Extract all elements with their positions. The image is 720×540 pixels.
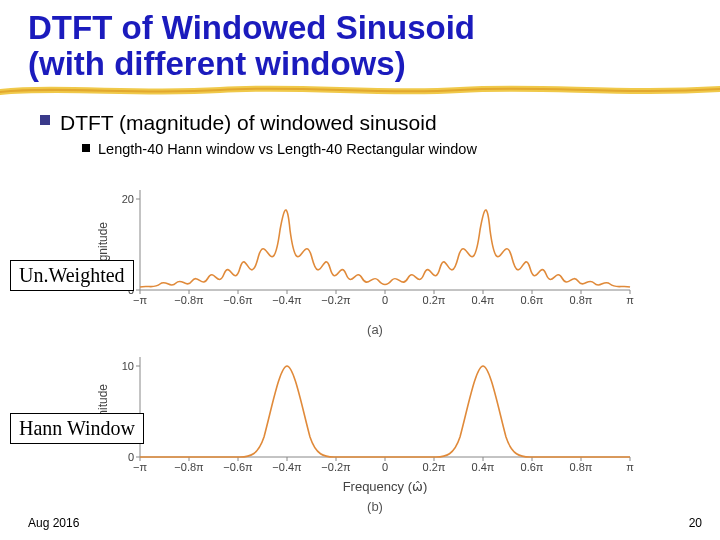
label-unweighted: Un.Weighted: [10, 260, 134, 291]
bullet-sub-text: Length-40 Hann window vs Length-40 Recta…: [98, 141, 477, 157]
bullet-main: DTFT (magnitude) of windowed sinusoid: [40, 111, 720, 135]
svg-text:−π: −π: [133, 461, 147, 473]
svg-text:−0.8π: −0.8π: [174, 294, 204, 306]
chart-a-sublabel: (a): [95, 322, 655, 337]
svg-text:0.8π: 0.8π: [570, 461, 593, 473]
svg-text:−0.4π: −0.4π: [272, 294, 302, 306]
svg-text:0: 0: [382, 294, 388, 306]
footer-page: 20: [689, 516, 702, 530]
bullet-sub: Length-40 Hann window vs Length-40 Recta…: [82, 141, 720, 157]
chart-a: Magnitude 0 20 −π −0.8π −0.6π −0.4π −0.2…: [95, 180, 655, 337]
bullet-square-icon: [82, 144, 90, 152]
svg-text:10: 10: [122, 360, 134, 372]
charts-container: Magnitude 0 20 −π −0.8π −0.6π −0.4π −0.2…: [95, 180, 655, 514]
svg-text:−0.2π: −0.2π: [321, 461, 351, 473]
title-underline: [0, 83, 720, 105]
title-line-1: DTFT of Windowed Sinusoid: [28, 9, 475, 46]
svg-text:0.2π: 0.2π: [423, 461, 446, 473]
svg-text:0.6π: 0.6π: [521, 294, 544, 306]
svg-text:π: π: [626, 461, 634, 473]
chart-b-xlabel: Frequency (ω̂): [343, 479, 428, 494]
title-line-2: (with different windows): [28, 45, 406, 82]
svg-text:0.2π: 0.2π: [423, 294, 446, 306]
svg-text:−0.8π: −0.8π: [174, 461, 204, 473]
svg-text:0.4π: 0.4π: [472, 461, 495, 473]
svg-text:−0.6π: −0.6π: [223, 294, 253, 306]
slide-title: DTFT of Windowed Sinusoid (with differen…: [0, 0, 720, 83]
svg-text:0: 0: [382, 461, 388, 473]
svg-text:0.4π: 0.4π: [472, 294, 495, 306]
svg-text:−0.4π: −0.4π: [272, 461, 302, 473]
svg-text:−π: −π: [133, 294, 147, 306]
svg-text:−0.6π: −0.6π: [223, 461, 253, 473]
footer-date: Aug 2016: [28, 516, 79, 530]
svg-text:20: 20: [122, 193, 134, 205]
svg-text:−0.2π: −0.2π: [321, 294, 351, 306]
svg-rect-29: [140, 357, 630, 457]
svg-text:π: π: [626, 294, 634, 306]
svg-text:0.8π: 0.8π: [570, 294, 593, 306]
label-hann: Hann Window: [10, 413, 144, 444]
bullet-main-text: DTFT (magnitude) of windowed sinusoid: [60, 111, 437, 135]
chart-b-sublabel: (b): [95, 499, 655, 514]
chart-b: Magnitude 0 10 −π −0.8π −0.6π −0.4π −0.2…: [95, 347, 655, 514]
bullet-square-icon: [40, 115, 50, 125]
svg-text:0.6π: 0.6π: [521, 461, 544, 473]
